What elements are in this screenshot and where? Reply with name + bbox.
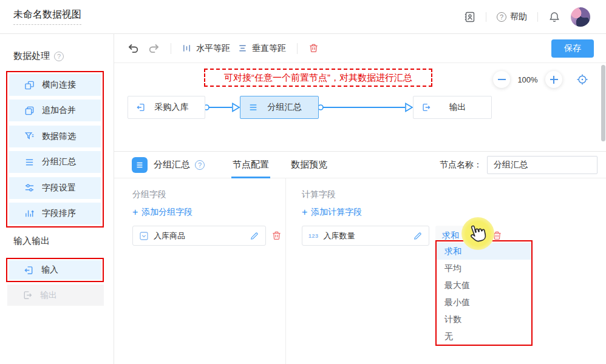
help-label: 帮助 <box>510 12 527 22</box>
horizontal-spacing-icon <box>182 44 191 53</box>
redo-button[interactable] <box>148 42 160 55</box>
dropdown-option-average[interactable]: 平均 <box>437 260 531 277</box>
tab-node-config[interactable]: 节点配置 <box>233 152 269 178</box>
target-icon <box>576 73 589 86</box>
sidebar-item-data-filter[interactable]: 数据筛选 <box>9 126 101 147</box>
undo-button[interactable] <box>128 42 140 55</box>
vertical-spacing-button[interactable]: 垂直等距 <box>238 43 286 54</box>
annotation-red-box-process: 横向连接 追加合并 数据筛选 分组汇总 <box>6 71 104 228</box>
section-help-icon[interactable]: ? <box>54 52 64 61</box>
pencil-icon <box>413 231 423 241</box>
avatar[interactable] <box>571 7 590 27</box>
panel-tabs: 节点配置 数据预览 <box>233 152 327 178</box>
sidebar-item-label: 数据筛选 <box>42 131 76 142</box>
save-button[interactable]: 保存 <box>551 39 594 58</box>
horizontal-join-icon <box>24 80 35 90</box>
flow-node-output[interactable]: 输出 <box>413 96 492 119</box>
dropdown-option-max[interactable]: 最大值 <box>437 277 531 294</box>
vertical-scrollbar[interactable] <box>601 65 605 141</box>
input-icon <box>24 265 34 275</box>
dropdown-option-count[interactable]: 计数 <box>437 311 531 328</box>
help-button[interactable]: ? 帮助 <box>497 12 527 22</box>
flow-node-group-summary-selected[interactable]: 分组汇总 <box>240 96 319 119</box>
node-label: 输出 <box>431 102 484 113</box>
sidebar-item-field-settings[interactable]: 字段设置 <box>9 177 101 199</box>
input-icon <box>136 103 146 112</box>
data-filter-icon <box>24 131 35 141</box>
config-panel: 分组汇总 ? 节点配置 数据预览 节点名称： 分组字段 + 添加分组字段 <box>114 151 606 364</box>
zoom-controls: 100% <box>493 71 589 88</box>
sidebar-item-input[interactable]: 输入 <box>9 260 101 280</box>
redo-icon <box>148 42 160 55</box>
append-merge-icon <box>24 106 35 116</box>
flow-node-purchase-inbound[interactable]: 采购入库 <box>128 96 205 119</box>
sidebar-item-label: 追加合并 <box>42 105 76 116</box>
add-calc-field-button[interactable]: + 添加计算字段 <box>302 207 362 218</box>
delete-group-field-button[interactable] <box>271 231 282 241</box>
minus-icon <box>498 79 506 80</box>
sidebar-item-append-merge[interactable]: 追加合并 <box>9 99 101 121</box>
zoom-out-button[interactable] <box>493 71 510 88</box>
trash-icon <box>271 231 282 241</box>
node-name-input[interactable] <box>487 156 597 174</box>
panel-help-icon[interactable]: ? <box>195 160 205 170</box>
locate-button[interactable] <box>576 73 589 86</box>
sidebar-item-label: 横向连接 <box>42 79 76 90</box>
delete-calc-field-button[interactable] <box>492 231 502 241</box>
edit-group-field-button[interactable] <box>250 231 259 241</box>
group-field-box[interactable]: 入库商品 <box>132 226 266 246</box>
group-field-row: 入库商品 <box>132 226 285 246</box>
add-group-field-button[interactable]: + 添加分组字段 <box>132 207 192 218</box>
group-fields-section: 分组字段 + 添加分组字段 入库商品 <box>114 178 286 364</box>
panel-header: 分组汇总 ? 节点配置 数据预览 节点名称： <box>114 152 606 178</box>
node-label: 采购入库 <box>146 102 197 113</box>
header-divider <box>486 12 486 22</box>
sidebar-item-label: 输出 <box>40 290 57 301</box>
sidebar-item-horizontal-join[interactable]: 横向连接 <box>9 74 101 96</box>
header-divider <box>537 12 538 22</box>
trash-icon <box>492 231 502 241</box>
chevron-down-icon <box>469 234 475 238</box>
toolbar-divider <box>297 43 298 54</box>
calc-fields-title: 计算字段 <box>302 189 606 200</box>
bell-icon[interactable] <box>548 11 560 23</box>
aggregation-value: 求和 <box>442 231 459 241</box>
node-label: 分组汇总 <box>258 102 311 113</box>
horizontal-spacing-button[interactable]: 水平等距 <box>182 43 230 54</box>
panel-title: 分组汇总 <box>154 159 190 170</box>
node-name-group: 节点名称： <box>440 156 597 174</box>
help-icon: ? <box>497 12 506 22</box>
tab-data-preview[interactable]: 数据预览 <box>291 152 327 178</box>
flow-canvas[interactable]: 可对接“任意一个前置节点”，对其数据进行汇总 100% <box>114 63 606 151</box>
sidebar-item-group-summary[interactable]: 分组汇总 <box>9 151 101 173</box>
dropdown-option-sum[interactable]: 求和 <box>437 243 531 260</box>
annotation-red-box-input: 输入 <box>6 258 104 282</box>
sidebar-item-label: 输入 <box>41 265 58 275</box>
undo-icon <box>128 42 140 55</box>
dropdown-option-none[interactable]: 无 <box>437 328 531 345</box>
delete-node-button[interactable] <box>308 43 319 53</box>
vertical-spacing-icon <box>238 44 247 53</box>
sidebar-item-field-sort[interactable]: 字段排序 <box>9 203 101 224</box>
annotation-note: 可对接“任意一个前置节点”，对其数据进行汇总 <box>204 69 432 87</box>
dropdown-option-min[interactable]: 最小值 <box>437 294 531 311</box>
page-title[interactable]: 未命名数据视图 <box>13 8 81 25</box>
sidebar-item-output-disabled: 输出 <box>7 285 104 306</box>
zoom-in-button[interactable] <box>545 71 562 88</box>
top-header: 未命名数据视图 ? 帮助 <box>0 0 606 34</box>
sidebar-section-data-title: 数据处理 ? <box>13 50 64 62</box>
contacts-icon[interactable] <box>463 11 475 23</box>
aggregation-dropdown: 求和 平均 最大值 最小值 计数 无 <box>435 240 533 346</box>
sidebar-section-io-title: 输入输出 <box>13 235 50 247</box>
plus-icon: + <box>302 208 307 217</box>
sidebar-item-label: 分组汇总 <box>42 157 76 167</box>
zoom-level: 100% <box>517 75 538 84</box>
group-summary-icon <box>24 157 35 167</box>
output-icon <box>421 103 431 112</box>
field-sort-icon <box>24 208 35 218</box>
calc-field-box[interactable]: 123 入库数量 <box>302 226 429 246</box>
edit-calc-field-button[interactable] <box>413 231 423 241</box>
trash-icon <box>308 43 319 53</box>
number-field-type-icon: 123 <box>308 233 319 239</box>
toolbar-divider <box>171 43 171 54</box>
